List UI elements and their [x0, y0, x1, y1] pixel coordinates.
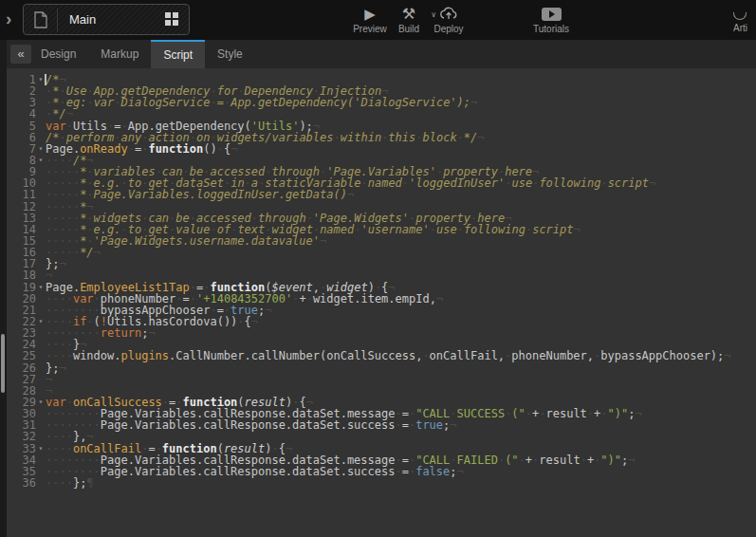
fold-gutter	[36, 327, 46, 339]
tab-script[interactable]: Script	[151, 40, 205, 68]
build-label: Build	[391, 24, 427, 34]
code-line[interactable]: 23········return;¬	[7, 327, 756, 339]
fold-gutter	[36, 477, 46, 489]
artifacts-button-partial[interactable]: Arti	[733, 5, 756, 37]
document-icon	[33, 11, 48, 28]
code-text: };¬	[46, 258, 756, 269]
tab-design[interactable]: Design	[28, 40, 88, 68]
code-text: ········return;¬	[46, 327, 756, 339]
code-text: Page.onReady·=·function()·{¬	[46, 143, 756, 155]
line-number: 32	[7, 431, 36, 442]
tab-style[interactable]: Style	[205, 40, 255, 68]
fold-gutter	[36, 362, 46, 374]
fold-toggle-icon[interactable]: ▾	[36, 155, 46, 166]
fold-toggle-icon[interactable]: ▾	[36, 143, 46, 155]
tab-markup[interactable]: Markup	[88, 40, 151, 68]
deploy-label: Deploy	[430, 24, 468, 34]
line-number: 12	[7, 201, 36, 213]
page-name-label: Main	[69, 12, 165, 27]
code-text: ·····*·'Page.Widgets.username.datavalue'…	[46, 235, 756, 247]
preview-button[interactable]: ▶ Preview	[350, 5, 390, 37]
expand-panel-icon[interactable]: ›	[6, 8, 21, 30]
tutorials-label: Tutorials	[528, 24, 574, 34]
fold-gutter	[36, 201, 46, 213]
fold-toggle-icon[interactable]: ▾	[36, 282, 46, 293]
fold-gutter	[36, 85, 46, 97]
line-number: 27	[7, 374, 36, 385]
code-text: ·····*/¬	[46, 247, 756, 258]
fold-gutter	[36, 177, 46, 189]
fold-gutter	[36, 120, 46, 132]
line-number: 34	[7, 454, 36, 466]
tutorials-button[interactable]: Tutorials	[528, 5, 574, 37]
preview-label: Preview	[350, 24, 390, 34]
code-line[interactable]: 11·····*·Page.Variables.loggedInUser.get…	[7, 189, 756, 200]
code-text: ····window.plugins.CallNumber.callNumber…	[46, 350, 756, 361]
fold-gutter	[36, 269, 46, 281]
fold-toggle-icon[interactable]: ▾	[36, 443, 46, 454]
fold-gutter	[36, 374, 46, 385]
code-line[interactable]: 15·····*·'Page.Widgets.username.datavalu…	[7, 235, 756, 247]
line-number: 33	[7, 443, 36, 454]
code-text: ·*·eg:·var·DialogService·=·App.getDepend…	[46, 97, 756, 108]
line-number: 26	[7, 362, 36, 374]
grid-view-icon[interactable]	[165, 12, 179, 27]
code-line[interactable]: 27¬	[7, 374, 756, 385]
artifacts-label: Arti	[733, 23, 756, 33]
fold-gutter	[36, 224, 46, 235]
view-tabs: Design Markup Script Style	[28, 40, 255, 68]
code-text: ········Page.Variables.callResponse.data…	[46, 419, 756, 431]
code-line[interactable]: 17};¬	[7, 258, 756, 269]
code-line[interactable]: 7▾Page.onReady·=·function()·{¬	[7, 143, 756, 155]
fold-gutter	[36, 258, 46, 269]
fold-gutter	[36, 293, 46, 305]
fold-gutter	[36, 305, 46, 316]
top-toolbar: › Main ▶ Preview ⚒ ∨ Build Deploy	[0, 0, 756, 40]
video-tutorial-icon	[528, 5, 574, 23]
code-text: ····};¶	[46, 477, 756, 489]
fold-gutter	[36, 385, 46, 397]
code-line[interactable]: 26};¬	[7, 362, 756, 374]
fold-gutter	[36, 419, 46, 431]
code-text: ·····*·Page.Variables.loggedInUser.getDa…	[46, 189, 756, 200]
fold-toggle-icon[interactable]: ▾	[36, 397, 46, 408]
build-button[interactable]: ⚒ ∨ Build	[391, 5, 427, 37]
line-number: 25	[7, 350, 36, 361]
fold-gutter	[36, 108, 46, 120]
code-line[interactable]: 36····};¶	[7, 477, 756, 489]
play-icon: ▶	[350, 5, 390, 23]
code-line[interactable]: 25····window.plugins.CallNumber.callNumb…	[7, 350, 756, 361]
script-editor[interactable]: 1▾/*¬2·*·Use·App.getDependency·for·Depen…	[7, 68, 756, 537]
fold-gutter	[36, 350, 46, 361]
line-number: 36	[7, 477, 36, 489]
fold-gutter	[36, 166, 46, 177]
fold-gutter	[36, 408, 46, 419]
page-selector[interactable]: Main	[23, 4, 190, 35]
code-line[interactable]: 31········Page.Variables.callResponse.da…	[7, 419, 756, 431]
fold-gutter	[36, 213, 46, 224]
code-text: ¬	[46, 374, 756, 385]
deploy-button[interactable]: Deploy	[430, 5, 468, 37]
code-line[interactable]: 35········Page.Variables.callResponse.da…	[7, 466, 756, 477]
line-number: 5	[7, 120, 36, 132]
fold-gutter	[36, 431, 46, 442]
fold-gutter	[36, 132, 46, 143]
line-number: 18	[7, 269, 36, 281]
fold-gutter	[36, 454, 46, 466]
scrollbar-thumb[interactable]	[1, 334, 5, 393]
line-number: 11	[7, 189, 36, 200]
fold-gutter	[36, 247, 46, 258]
code-lines: 1▾/*¬2·*·Use·App.getDependency·for·Depen…	[7, 74, 756, 489]
fold-toggle-icon[interactable]: ▾	[36, 316, 46, 327]
editor-tabbar: « Design Markup Script Style	[0, 40, 756, 68]
fold-gutter	[36, 235, 46, 247]
cloud-upload-icon	[430, 5, 468, 23]
line-number: 4	[7, 108, 36, 120]
fold-gutter	[36, 466, 46, 477]
code-line[interactable]: 16·····*/¬	[7, 247, 756, 258]
line-number: 19	[7, 282, 36, 293]
build-tools-icon: ⚒ ∨	[391, 5, 427, 23]
fold-gutter	[36, 339, 46, 350]
code-line[interactable]: 3·*·eg:·var·DialogService·=·App.getDepen…	[7, 97, 756, 108]
fold-gutter	[36, 97, 46, 108]
